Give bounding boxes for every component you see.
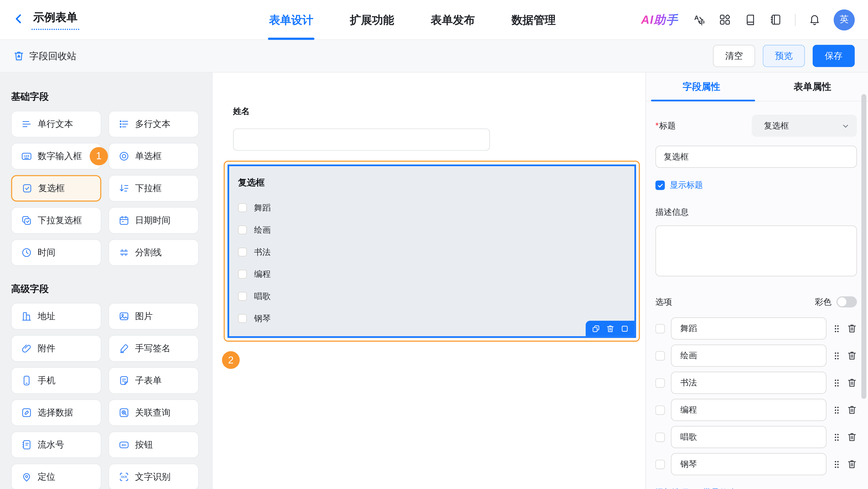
option-value-input[interactable] <box>671 453 827 475</box>
batch-edit-link[interactable]: 批量修改 <box>703 487 736 489</box>
ai-assistant-button[interactable]: AI助手 <box>641 12 680 28</box>
show-title-checkbox[interactable] <box>655 180 665 190</box>
main-nav-tab[interactable]: 表单发布 <box>431 0 475 40</box>
title-type-select[interactable]: 复选框 <box>752 115 857 137</box>
main-nav-tab[interactable]: 扩展功能 <box>350 0 394 40</box>
delete-option-icon[interactable] <box>847 323 857 334</box>
apps-grid-icon[interactable] <box>719 13 731 26</box>
main-nav-tab[interactable]: 数据管理 <box>512 0 556 40</box>
checkbox-unchecked-icon[interactable] <box>238 226 247 234</box>
copy-icon[interactable] <box>592 324 600 333</box>
form-canvas[interactable]: 姓名 复选框 舞蹈 绘画 书法 编程 唱歌 钢琴 <box>212 73 646 489</box>
option-row <box>655 453 857 475</box>
field-library-item[interactable]: 时间 <box>11 239 101 266</box>
field-library-item[interactable]: 下拉复选框 <box>11 207 101 234</box>
field-library-item[interactable]: 定位 <box>11 464 101 489</box>
field-library-item[interactable]: OCR 文字识别 <box>108 464 199 489</box>
field-library-item[interactable]: 附件 <box>11 335 101 362</box>
field-library-item[interactable]: 手写签名 <box>108 335 199 362</box>
option-value-input[interactable] <box>671 372 827 394</box>
option-checkbox[interactable] <box>655 459 665 469</box>
field-library-item[interactable]: 选择数据 <box>11 399 101 426</box>
field-library-item[interactable]: 单选框 <box>108 143 199 170</box>
panel-scrollbar[interactable] <box>862 94 866 399</box>
drag-handle-icon[interactable] <box>833 324 841 333</box>
field-type-icon <box>21 407 32 418</box>
delete-option-icon[interactable] <box>847 405 857 415</box>
delete-option-icon[interactable] <box>847 351 857 361</box>
drag-handle-icon[interactable] <box>833 378 841 387</box>
checkbox-unchecked-icon[interactable] <box>238 248 247 257</box>
field-type-label: 分割线 <box>135 247 162 258</box>
name-field-input[interactable] <box>233 128 490 151</box>
field-library-item[interactable]: 手机 <box>11 367 101 394</box>
manual-icon[interactable] <box>744 13 756 26</box>
drag-handle-icon[interactable] <box>833 459 841 469</box>
checkbox-unchecked-icon[interactable] <box>238 314 247 323</box>
color-toggle[interactable] <box>836 296 857 307</box>
bell-icon[interactable] <box>808 13 821 26</box>
title-input[interactable] <box>655 146 857 168</box>
field-library-item[interactable]: Btn 按钮 <box>108 432 199 458</box>
field-type-label: 子表单 <box>135 375 162 386</box>
delete-option-icon[interactable] <box>847 378 857 388</box>
option-checkbox[interactable] <box>655 324 665 333</box>
checkbox-unchecked-icon[interactable] <box>238 203 247 212</box>
trash-icon[interactable] <box>606 324 614 333</box>
canvas-checkbox-option-label: 舞蹈 <box>254 202 271 213</box>
field-library-item[interactable]: 分割线 <box>108 239 199 266</box>
field-library-item[interactable]: 日期时间 <box>108 207 199 234</box>
field-library-item[interactable]: 单行文本 <box>11 111 101 138</box>
option-checkbox[interactable] <box>655 351 665 360</box>
select-box-icon[interactable] <box>620 324 629 333</box>
header-divider <box>795 13 796 26</box>
field-library-item[interactable]: 下拉框 <box>108 175 199 202</box>
avatar[interactable]: 英 <box>834 9 855 30</box>
changelog-icon[interactable] <box>770 13 782 26</box>
checkbox-field-block[interactable]: 复选框 舞蹈 绘画 书法 编程 唱歌 钢琴 <box>228 165 636 338</box>
canvas-checkbox-option-label: 绘画 <box>254 225 271 235</box>
option-checkbox[interactable] <box>655 378 665 387</box>
option-checkbox[interactable] <box>655 405 665 414</box>
field-type-label: 附件 <box>38 343 55 354</box>
field-library-item[interactable]: 复选框 <box>11 175 101 202</box>
canvas-checkbox-option: 钢琴 <box>238 307 634 329</box>
save-button[interactable]: 保存 <box>813 45 855 67</box>
field-library-item[interactable]: 123 数字输入框 1 <box>11 143 101 170</box>
drag-handle-icon[interactable] <box>833 351 841 360</box>
recycle-bin-button[interactable]: 字段回收站 <box>13 50 76 62</box>
option-value-input[interactable] <box>671 317 827 340</box>
properties-tab[interactable]: 字段属性 <box>646 73 757 101</box>
checkbox-unchecked-icon[interactable] <box>238 292 247 301</box>
drag-handle-icon[interactable] <box>833 405 841 414</box>
delete-option-icon[interactable] <box>847 459 857 469</box>
field-type-label: 定位 <box>38 471 55 483</box>
field-library-item[interactable]: 流水号 <box>11 432 101 458</box>
option-value-input[interactable] <box>671 426 827 448</box>
delete-option-icon[interactable] <box>847 432 857 442</box>
back-icon[interactable] <box>13 13 24 24</box>
field-library-item[interactable]: 地址 <box>11 303 101 330</box>
main-nav-tab[interactable]: 表单设计 <box>269 0 313 40</box>
field-library-item[interactable]: 图片 <box>108 303 199 330</box>
option-value-input[interactable] <box>671 344 827 367</box>
drag-handle-icon[interactable] <box>833 432 841 442</box>
form-title[interactable]: 示例表单 <box>32 10 79 30</box>
translate-icon[interactable]: A 中 <box>693 13 706 26</box>
clear-button[interactable]: 清空 <box>713 45 755 67</box>
field-type-icon <box>21 247 32 258</box>
field-library-item[interactable]: 子表单 <box>108 367 199 394</box>
option-checkbox[interactable] <box>655 432 665 442</box>
field-type-icon <box>119 407 129 418</box>
show-title-label[interactable]: 显示标题 <box>670 180 703 191</box>
field-library-item[interactable]: 多行文本 <box>108 111 199 138</box>
checkbox-unchecked-icon[interactable] <box>238 270 247 279</box>
add-option-link[interactable]: 添加选项 <box>655 487 689 489</box>
description-textarea[interactable] <box>655 226 857 277</box>
field-library-item[interactable]: 关联查询 <box>108 399 199 426</box>
option-value-input[interactable] <box>671 399 827 421</box>
preview-button[interactable]: 预览 <box>763 45 805 67</box>
selected-field-highlight[interactable]: 复选框 舞蹈 绘画 书法 编程 唱歌 钢琴 <box>223 161 640 342</box>
properties-tab[interactable]: 表单属性 <box>757 73 868 101</box>
canvas-checkbox-option: 绘画 <box>238 219 634 241</box>
